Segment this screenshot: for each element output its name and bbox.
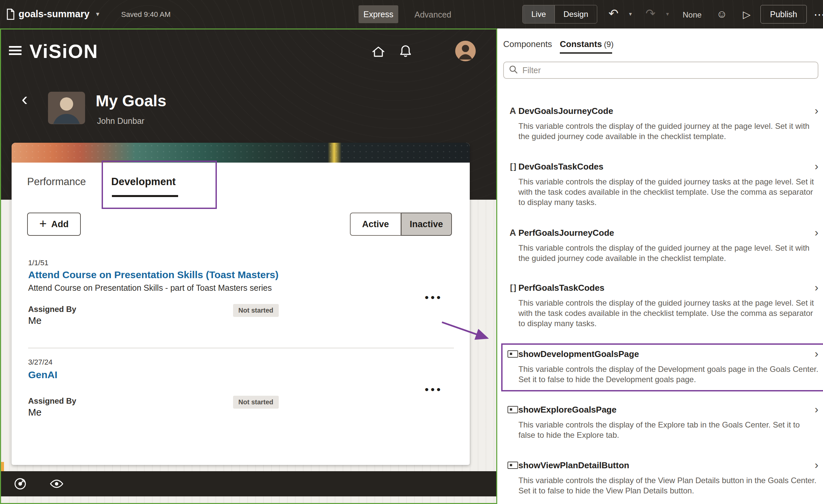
add-label: Add — [51, 219, 68, 229]
app-header: goals-summary Saved 9:40 AM Express Adva… — [0, 0, 823, 28]
inactive-filter-button[interactable]: Inactive — [401, 213, 452, 236]
assigned-by-label: Assigned By — [28, 305, 76, 314]
doc-title-dropdown-icon[interactable] — [96, 10, 99, 18]
express-mode-button[interactable]: Express — [358, 5, 398, 23]
preview-footer-bar — [1, 471, 496, 496]
constant-name: DevGoalsTaskCodes — [518, 162, 604, 172]
publish-label: Publish — [770, 10, 797, 19]
page-doc-title[interactable]: goals-summary — [19, 9, 90, 19]
overflow-menu-icon[interactable] — [425, 383, 443, 396]
express-label: Express — [363, 10, 393, 19]
chevron-right-icon[interactable] — [815, 226, 818, 238]
live-toggle-button[interactable]: Live — [523, 5, 555, 23]
constant-name: DevGoalsJourneyCode — [518, 106, 613, 116]
annotation-arrow — [437, 316, 502, 348]
constant-row[interactable]: PerfGoalsTaskCodes This variable control… — [507, 282, 818, 329]
decorative-banner — [12, 143, 470, 163]
document-icon — [6, 9, 15, 21]
tab-components[interactable]: Components — [503, 39, 552, 49]
array-type-icon — [507, 282, 518, 293]
annotation-development-tab — [102, 161, 217, 209]
constants-tab-underline — [560, 52, 612, 54]
more-menu-icon[interactable] — [814, 8, 823, 21]
chevron-right-icon[interactable] — [815, 160, 818, 172]
active-filter-button[interactable]: Active — [350, 213, 401, 236]
goal-description: Attend Course on Presentation Skills - p… — [28, 283, 272, 293]
vision-logo: ViSiON — [29, 40, 98, 62]
visibility-eye-icon[interactable] — [49, 477, 64, 492]
goal-date: 1/1/51 — [28, 259, 48, 267]
tab-performance[interactable]: Performance — [27, 176, 86, 188]
active-label: Active — [362, 219, 389, 229]
hamburger-menu-icon[interactable] — [9, 46, 21, 55]
string-type-icon — [507, 105, 518, 117]
user-avatar[interactable] — [455, 41, 476, 61]
assigned-by-value: Me — [28, 407, 41, 418]
assigned-by-label: Assigned By — [28, 396, 76, 406]
properties-panel: Components Constants(9) DevGoalsJourneyC… — [498, 28, 823, 504]
goals-target-icon[interactable] — [13, 477, 27, 492]
live-preview-frame: ViSiON My Goals John Dunbar Performance … — [0, 28, 497, 504]
tab-constants[interactable]: Constants(9) — [560, 39, 614, 49]
chevron-right-icon[interactable] — [815, 459, 818, 470]
constant-name: showViewPlanDetailButton — [518, 460, 629, 471]
constants-label: Constants — [560, 39, 602, 49]
constants-count: (9) — [604, 40, 614, 49]
profile-photo — [48, 92, 85, 124]
live-design-toggle: Live Design — [522, 5, 597, 23]
feedback-smiley-icon[interactable] — [716, 8, 727, 20]
redo-dropdown-icon[interactable] — [666, 11, 669, 18]
constant-row[interactable]: showViewPlanDetailButton This variable c… — [507, 460, 818, 496]
assigned-by-value: Me — [28, 315, 41, 326]
annotation-show-development-goals — [501, 343, 823, 391]
constant-description: This variable controls the display of th… — [518, 475, 818, 496]
preview-play-icon[interactable] — [743, 9, 751, 20]
constant-name: PerfGoalsJourneyCode — [518, 228, 614, 238]
constant-description: This variable controls the display of th… — [518, 176, 818, 207]
chevron-right-icon[interactable] — [815, 403, 818, 414]
search-icon — [508, 64, 518, 76]
notifications-bell-icon[interactable] — [398, 44, 413, 60]
string-type-icon — [507, 227, 518, 238]
saved-status: Saved 9:40 AM — [121, 10, 170, 19]
goal-divider — [28, 348, 454, 348]
constant-row[interactable]: DevGoalsJourneyCode This variable contro… — [507, 105, 818, 141]
status-badge: Not started — [233, 304, 279, 317]
constant-row[interactable]: DevGoalsTaskCodes This variable controls… — [507, 161, 818, 207]
constant-row[interactable]: PerfGoalsJourneyCode This variable contr… — [507, 227, 818, 263]
constant-row[interactable]: showExploreGoalsPage This variable contr… — [507, 404, 818, 440]
active-inactive-toggle: Active Inactive — [350, 213, 452, 236]
live-label: Live — [531, 10, 546, 19]
chevron-right-icon[interactable] — [815, 105, 818, 116]
goal-title-link[interactable]: GenAI — [28, 369, 57, 380]
publish-button[interactable]: Publish — [761, 5, 807, 23]
redo-icon[interactable] — [646, 7, 655, 20]
goal-date: 3/27/24 — [28, 358, 52, 367]
add-goal-button[interactable]: Add — [27, 213, 81, 236]
filter-input[interactable] — [522, 65, 813, 75]
chevron-right-icon[interactable] — [815, 282, 818, 293]
undo-dropdown-icon[interactable] — [629, 11, 632, 18]
history-selector[interactable]: None — [683, 10, 701, 19]
page-title: My Goals — [96, 92, 166, 110]
design-label: Design — [563, 10, 588, 19]
boolean-type-icon — [507, 460, 518, 471]
undo-icon[interactable] — [609, 7, 618, 20]
constant-name: showExploreGoalsPage — [518, 405, 617, 415]
array-type-icon — [507, 161, 518, 172]
constant-name: PerfGoalsTaskCodes — [518, 283, 605, 293]
constant-description: This variable controls the display of th… — [518, 298, 818, 329]
constants-filter-box — [503, 61, 818, 79]
constant-description: This variable controls the display of th… — [518, 121, 818, 141]
overflow-menu-icon[interactable] — [425, 291, 443, 304]
advanced-mode-button[interactable]: Advanced — [415, 10, 451, 19]
back-icon[interactable] — [21, 90, 28, 108]
design-toggle-button[interactable]: Design — [555, 5, 597, 23]
goal-title-link[interactable]: Attend Course on Presentation Skills (To… — [28, 269, 279, 281]
home-icon[interactable] — [371, 45, 386, 60]
constant-description: This variable controls the display of th… — [518, 243, 818, 263]
constant-description: This variable controls the display of th… — [518, 419, 818, 440]
plus-icon — [39, 218, 47, 230]
inactive-label: Inactive — [409, 219, 443, 229]
status-badge: Not started — [233, 396, 279, 408]
